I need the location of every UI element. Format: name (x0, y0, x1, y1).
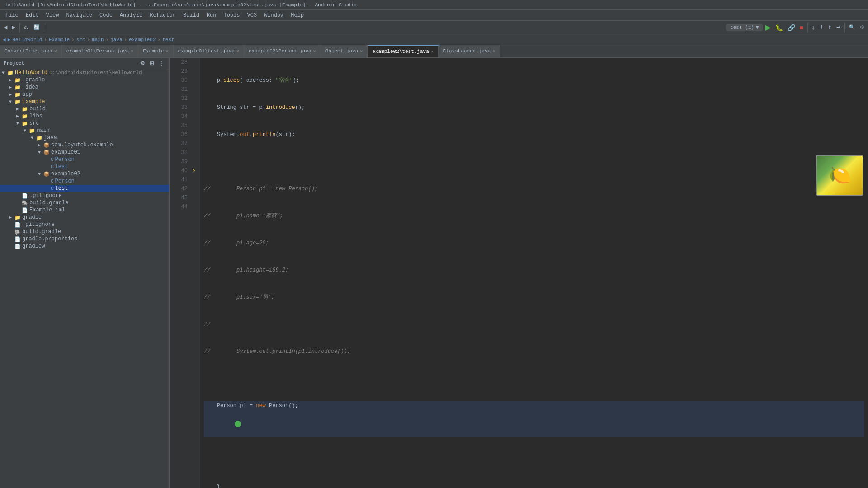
tree-example01[interactable]: ▼ 📦 example01 (0, 149, 169, 156)
project-expand-btn[interactable]: ⊞ (148, 60, 156, 67)
tree-gradlew[interactable]: ▶ 📄 gradlew (0, 243, 169, 250)
menu-tools[interactable]: Tools (220, 11, 244, 19)
code-content[interactable]: 28 29 30 31 32 33 34 35 36 37 38 39 40 4… (170, 58, 868, 488)
menu-file[interactable]: File (2, 11, 22, 19)
tab-test02[interactable]: example02\test.java ✕ (368, 45, 438, 57)
run-config[interactable]: test (1) ▼ (726, 24, 762, 31)
settings-button[interactable]: ⚙ (858, 23, 866, 31)
menu-refactor[interactable]: Refactor (146, 11, 179, 19)
search-everywhere-button[interactable]: 🔍 (847, 23, 857, 31)
tab-test02-close[interactable]: ✕ (431, 49, 434, 54)
tab-person01[interactable]: example01\Person.java ✕ (62, 45, 139, 57)
nav-example[interactable]: Example (49, 37, 70, 42)
nav-main[interactable]: main (92, 37, 104, 42)
thread-dot (235, 421, 241, 427)
tab-converttime-close[interactable]: ✕ (54, 48, 57, 54)
tree-idea[interactable]: ▶ 📁 .idea (0, 84, 169, 91)
menu-run[interactable]: Run (203, 11, 220, 19)
stop-button[interactable]: ■ (798, 23, 805, 32)
forward-button[interactable]: ▶ (10, 23, 17, 31)
tree-example-iml[interactable]: ▶ 📄 Example.iml (0, 206, 169, 214)
tree-main[interactable]: ▼ 📁 main (0, 127, 169, 134)
nav-java[interactable]: java (110, 37, 122, 42)
tree-gradle-hidden[interactable]: ▶ 📁 .gradle (0, 76, 169, 84)
menu-help[interactable]: Help (287, 11, 307, 19)
menu-window[interactable]: Window (260, 11, 287, 19)
tree-gradle-arrow: ▶ (9, 77, 14, 83)
tree-example[interactable]: ▼ 📁 Example (0, 98, 169, 105)
debug-button[interactable]: 🐛 (774, 23, 785, 32)
tree-example02[interactable]: ▼ 📦 example02 (0, 170, 169, 178)
tree-root-gradle[interactable]: ▶ 📁 gradle (0, 214, 169, 221)
tab-converttime[interactable]: ConvertTime.java ✕ (0, 45, 62, 57)
tab-person01-close[interactable]: ✕ (131, 48, 133, 54)
nav-src[interactable]: src (76, 37, 85, 42)
tree-libs[interactable]: ▶ 📁 libs (0, 113, 169, 120)
tab-test01[interactable]: example01\test.java ✕ (174, 45, 244, 57)
menu-edit[interactable]: Edit (22, 11, 42, 19)
tree-gradle-properties[interactable]: ▶ 📄 gradle.properties (0, 235, 169, 243)
tab-object[interactable]: Object.java ✕ (321, 45, 368, 57)
tab-classloader-close[interactable]: ✕ (492, 48, 495, 54)
tree-person02-icon: C (51, 178, 54, 184)
step-out-button[interactable]: ⬆ (826, 23, 834, 31)
project-structure-button[interactable]: 🗂 (22, 24, 31, 31)
menu-vcs[interactable]: VCS (244, 11, 261, 19)
content-area: Project ⚙ ⊞ ⋮ ▼ 📁 HelloWorld D:\AndroidS… (0, 58, 868, 488)
tab-person02-close[interactable]: ✕ (313, 48, 316, 54)
tree-build-gradle[interactable]: ▶ 🐘 build.gradle (0, 199, 169, 206)
tree-person-01[interactable]: ▶ C Person (0, 156, 169, 163)
tree-root-gitignore-icon: 📄 (14, 222, 21, 228)
tree-root-gitignore[interactable]: ▶ 📄 .gitignore (0, 221, 169, 228)
run-config-label: test (1) (730, 25, 754, 30)
tree-test-01[interactable]: ▶ C test (0, 163, 169, 170)
tree-example-label: Example (22, 99, 45, 105)
code-editor[interactable]: p.sleep( address: "宿舍"); String str = p.… (200, 58, 868, 488)
tree-app[interactable]: ▶ 📁 app (0, 91, 169, 98)
nav-forward-arrow[interactable]: ▶ (8, 37, 11, 42)
menu-build[interactable]: Build (179, 11, 203, 19)
tree-libs-icon: 📁 (22, 113, 28, 119)
tab-person02[interactable]: example02\Person.java ✕ (244, 45, 321, 57)
tree-java-src[interactable]: ▼ 📁 java (0, 134, 169, 141)
tab-example[interactable]: Example ✕ (138, 45, 173, 57)
tab-test01-label: example01\test.java (178, 48, 235, 54)
tree-src[interactable]: ▼ 📁 src (0, 120, 169, 127)
toolbar-sep-3 (807, 23, 808, 32)
run-button[interactable]: ▶ (764, 22, 773, 33)
tab-person02-label: example02\Person.java (249, 48, 311, 54)
tree-gitignore-icon: 📄 (22, 193, 28, 199)
tree-gitignore[interactable]: ▶ 📄 .gitignore (0, 192, 169, 199)
menu-view[interactable]: View (42, 11, 63, 19)
tree-libs-label: libs (29, 113, 42, 119)
tree-com-leyutek[interactable]: ▶ 📦 com.leyutek.example (0, 141, 169, 149)
menu-analyze[interactable]: Analyze (116, 11, 146, 19)
tree-helloworld[interactable]: ▼ 📁 HelloWorld D:\AndroidStudioTest\Hell… (0, 69, 169, 76)
step-into-button[interactable]: ⬇ (817, 23, 825, 31)
tree-root-build-gradle[interactable]: ▶ 🐘 build.gradle (0, 228, 169, 235)
tree-test-02[interactable]: ▶ C test (0, 185, 169, 192)
back-button[interactable]: ◀ (2, 23, 9, 31)
nav-back-arrow[interactable]: ◀ (3, 37, 6, 42)
nav-example02[interactable]: example02 (129, 37, 156, 42)
tab-object-close[interactable]: ✕ (360, 48, 363, 54)
nav-helloworld[interactable]: HelloWorld (12, 37, 42, 42)
tree-gradle-label: .gradle (22, 77, 45, 83)
toolbar: ◀ ▶ 🗂 🔄 test (1) ▼ ▶ 🐛 🔗 ■ ⤵ ⬇ ⬆ ➡ 🔍 ⚙ (0, 21, 868, 34)
run-to-cursor-button[interactable]: ➡ (835, 23, 842, 31)
tree-person-02[interactable]: ▶ C Person (0, 178, 169, 185)
tab-example-close[interactable]: ✕ (166, 48, 169, 54)
project-settings-btn[interactable]: ⚙ (139, 60, 146, 67)
nav-bar: ◀ ▶ HelloWorld › Example › src › main › … (0, 34, 868, 45)
tab-classloader[interactable]: ClassLoader.java ✕ (439, 45, 500, 57)
tab-test01-close[interactable]: ✕ (236, 48, 239, 54)
menu-navigate[interactable]: Navigate (62, 11, 96, 19)
project-gear-btn[interactable]: ⋮ (157, 60, 165, 67)
step-over-button[interactable]: ⤵ (810, 24, 816, 31)
tree-com-leyutek-arrow: ▶ (38, 142, 43, 148)
nav-test[interactable]: test (162, 37, 174, 42)
sync-button[interactable]: 🔄 (32, 23, 42, 31)
menu-code[interactable]: Code (96, 11, 116, 19)
attach-debugger-button[interactable]: 🔗 (786, 23, 797, 32)
tree-build[interactable]: ▶ 📁 build (0, 105, 169, 113)
